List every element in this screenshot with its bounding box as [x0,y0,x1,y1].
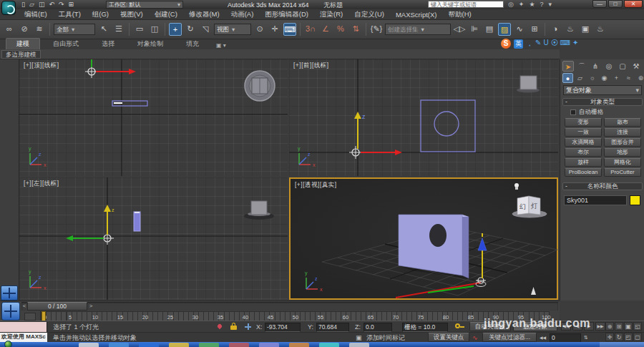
menu-item[interactable]: 图形编辑器(D) [265,10,308,19]
taskbar-app-icon[interactable] [169,343,189,347]
play-icon[interactable]: ▶ [584,322,594,331]
ribbon-minimize-icon[interactable]: ▣ ▾ [216,42,226,49]
angle-snap-icon[interactable]: ∠ [319,23,332,36]
mirror-icon[interactable]: ◁▷ [453,23,466,36]
rendered-frame-window-icon[interactable]: ▣ [579,23,592,36]
ime-toolbox-icon[interactable]: ✦ [572,39,578,49]
window-crossing-icon[interactable]: ◫ [148,23,161,36]
object-type-button[interactable]: 图形合并 [604,138,641,147]
viewport-front[interactable] [289,59,558,176]
taskbar-app-icon[interactable] [349,343,369,347]
viewport-top-label[interactable]: [+][顶][线框] [24,62,59,70]
redo-icon[interactable]: ↷ [59,0,64,9]
go-to-end-icon[interactable]: ▶▶ [595,322,605,331]
previous-frame-icon[interactable]: ◀ [572,322,582,331]
ribbon-tab[interactable]: 建模 [6,38,40,49]
object-type-button[interactable]: ProBoolean [565,168,602,177]
object-type-rollout-header[interactable]: - 对象类型 [562,98,643,106]
pan-icon[interactable]: ✛ [605,333,614,341]
close-button[interactable]: ✕ [624,0,643,8]
object-name-input[interactable]: Sky001 [564,195,627,205]
name-color-rollout-header[interactable]: - 名称和颜色 [562,182,643,190]
snap-toggle-3d-icon[interactable]: 3∩ [304,23,317,36]
menu-item[interactable]: 修改器(M) [189,10,220,19]
ime-u-mode-icon[interactable]: U [543,39,548,49]
project-folder-icon[interactable]: ⊞ [68,0,74,9]
zoom-all-icon[interactable]: ⊞ [615,322,623,331]
named-selection-sets-dropdown[interactable]: 创建选择集 [385,24,451,35]
object-type-button[interactable]: 变形 [565,118,602,127]
spinner-snap-icon[interactable]: ⇅ [349,23,362,36]
menu-item[interactable]: 动画(A) [231,10,254,19]
unlink-selection-icon[interactable]: ⊘ [18,23,31,36]
object-type-button[interactable]: 散布 [604,118,641,127]
ribbon-tab[interactable]: 自由形式 [43,39,89,49]
undo-icon[interactable]: ↶ [49,0,54,9]
ribbon-tab[interactable]: 对象绘制 [127,39,173,49]
orbit-icon[interactable]: ↻ [615,333,623,341]
align-icon[interactable]: ⊫ [468,23,481,36]
maximize-button[interactable]: □ [608,0,623,8]
sogou-logo-icon[interactable]: S [501,39,511,49]
time-slider-track[interactable] [21,302,558,311]
object-type-button[interactable]: 网格化 [604,158,641,167]
geometry-category-icon[interactable]: ● [562,73,573,83]
render-production-icon[interactable]: ♨ [594,23,607,36]
viewport-top[interactable] [19,59,288,176]
dropdown-arrow-icon[interactable]: ▾ [549,1,552,8]
hierarchy-tab-icon[interactable]: ⋔ [590,61,601,72]
graphite-ribbon-toggle-icon[interactable]: ▨ [498,23,511,36]
absolute-mode-icon[interactable] [245,323,251,330]
ime-language-toggle[interactable]: 英 [514,39,523,49]
current-frame-marker[interactable] [42,311,46,321]
z-coord-field[interactable]: 0.0 [364,323,392,332]
3ds-max-logo-icon[interactable] [1,1,16,15]
key-filters-button[interactable]: 关键点过滤器... [482,333,537,342]
taskbar-app-icon[interactable] [139,343,159,347]
viewport-front-label[interactable]: [+][前][线框] [293,62,329,70]
auto-key-button[interactable]: 自动关键点 [469,322,511,331]
systems-category-icon[interactable]: ⊛ [635,73,644,83]
next-frame-arrow[interactable]: > [88,302,94,311]
keyboard-override-icon[interactable]: ⌨ [283,23,296,36]
selection-filter-dropdown[interactable]: 全部 [54,24,95,35]
object-type-button[interactable]: ProCutter [604,168,641,177]
help-icon[interactable]: ? [540,1,543,8]
rectangular-selection-region-icon[interactable]: ▭ [133,23,146,36]
material-editor-icon[interactable]: ◑ [549,23,562,36]
viewport-perspective-label[interactable]: [+][透视][真实] [295,181,337,190]
taskbar-app-icon[interactable] [79,343,99,347]
search-icon[interactable]: ◎ [508,1,514,8]
taskbar-app-icon[interactable] [289,343,309,347]
viewport-left[interactable] [19,177,288,300]
select-and-link-icon[interactable]: ∞ [3,23,16,36]
bind-to-space-warp-icon[interactable]: ≋ [33,23,46,36]
taskbar-app-icon[interactable] [319,343,339,347]
create-tab-icon[interactable]: ➤ [562,61,574,72]
start-button-icon[interactable] [4,341,12,347]
object-type-button[interactable]: 连接 [604,128,641,137]
utilities-tab-icon[interactable]: ⚒ [630,61,642,72]
taskbar-app-icon[interactable] [199,343,219,347]
walk-through-icon[interactable]: ▢ [633,333,642,341]
taskbar-app-icon[interactable] [229,343,249,347]
modify-tab-icon[interactable]: ⌒ [576,61,587,72]
ime-keyboard-icon[interactable]: ⌨ [560,39,570,49]
object-type-button[interactable]: 一致 [565,128,602,137]
helpers-category-icon[interactable]: + [611,73,622,83]
menu-item[interactable]: 组(G) [92,10,109,19]
menu-item[interactable]: 工具(T) [59,10,81,19]
mini-curve-editor-button[interactable] [24,313,36,321]
maxscript-listener-pink[interactable] [0,322,47,332]
track-bar[interactable]: 0510152025303540455055606570758085909510… [40,311,550,321]
object-type-button[interactable]: 布尔 [565,148,602,157]
menu-item[interactable]: 编辑(E) [24,10,47,19]
workspace-dropdown[interactable]: 工作区: 默认 [106,1,183,9]
schematic-view-icon[interactable]: ⊞ [528,23,541,36]
polygon-modeling-panel-button[interactable]: 多边形建模 [1,50,41,59]
select-and-rotate-icon[interactable]: ↻ [184,23,197,36]
open-file-icon[interactable]: ▱ [29,0,34,9]
add-time-tag[interactable]: 添加时间标记 [366,333,405,343]
viewport-layout-tab[interactable] [1,285,18,300]
wrench-icon[interactable]: ✦ [519,1,525,8]
